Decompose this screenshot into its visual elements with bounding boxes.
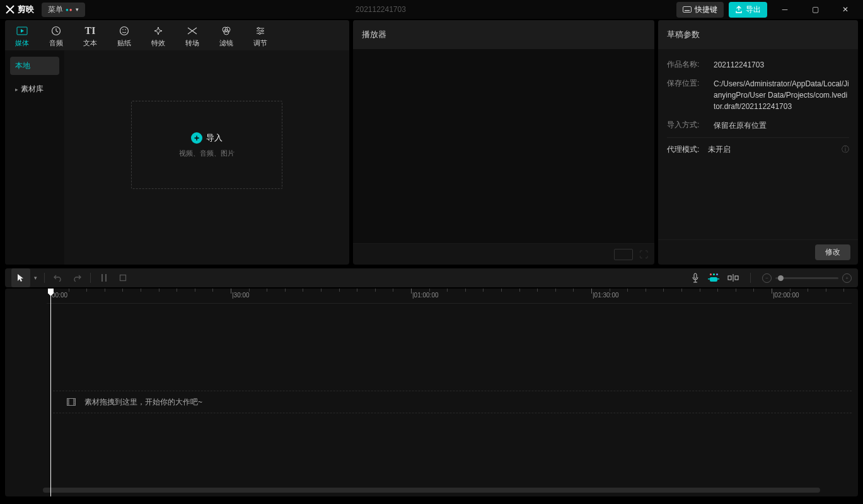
horizontal-scrollbar[interactable] — [43, 488, 820, 493]
hotkey-label: 快捷键 — [695, 4, 717, 15]
sidebar-item-local[interactable]: 本地 — [10, 57, 59, 75]
zoom-in-button[interactable]: + — [842, 273, 852, 283]
tab-label: 媒体 — [15, 38, 29, 48]
tab-text[interactable]: TI文本 — [73, 21, 107, 50]
playhead[interactable] — [50, 289, 51, 496]
timeline: 00:00 |30:00 |01:00:00 |01:30:00 |02:00:… — [5, 289, 858, 496]
draft-proxy-value: 未开启 — [708, 144, 731, 155]
sparkle-icon — [153, 25, 163, 37]
cursor-icon — [17, 273, 25, 282]
zoom-out-button[interactable]: − — [762, 273, 772, 283]
record-button[interactable] — [691, 273, 700, 283]
draft-name-label: 作品名称: — [667, 59, 705, 71]
tab-sticker[interactable]: 贴纸 — [107, 21, 141, 50]
tab-effects[interactable]: 特效 — [141, 21, 175, 50]
tab-adjust[interactable]: 调节 — [243, 21, 277, 50]
sidebar-item-library[interactable]: ▸素材库 — [10, 80, 59, 98]
modify-button[interactable]: 修改 — [815, 244, 850, 260]
hotkey-button[interactable]: 快捷键 — [676, 2, 724, 18]
tab-filter[interactable]: 滤镜 — [209, 21, 243, 50]
menu-button[interactable]: 菜单 ●● ▾ — [42, 3, 85, 17]
undo-button[interactable] — [49, 268, 67, 287]
player-panel: 播放器 ⛶ — [353, 20, 654, 265]
ratio-selector[interactable] — [614, 249, 633, 260]
ruler-mark: |30:00 — [232, 292, 250, 299]
svg-point-11 — [262, 30, 264, 32]
film-icon — [67, 398, 76, 406]
svg-point-4 — [120, 26, 129, 35]
import-dropzone[interactable]: +导入 视频、音频、图片 — [131, 101, 282, 189]
info-icon[interactable]: ⓘ — [842, 144, 849, 155]
minimize-button[interactable]: ─ — [772, 0, 797, 19]
zoom-track[interactable] — [775, 277, 838, 279]
fullscreen-icon[interactable]: ⛶ — [639, 249, 648, 260]
undo-icon — [54, 274, 62, 282]
player-viewport[interactable] — [353, 49, 654, 243]
svg-rect-17 — [710, 277, 717, 282]
media-sidebar: 本地 ▸素材库 — [5, 50, 64, 265]
zoom-thumb[interactable] — [778, 275, 784, 281]
text-icon: TI — [85, 25, 96, 37]
modify-label: 修改 — [825, 248, 840, 256]
filter-icon — [221, 25, 231, 37]
keyboard-icon — [683, 6, 692, 13]
draft-save-value: C:/Users/Administrator/AppData/Local/Jia… — [714, 78, 849, 112]
media-icon — [16, 25, 28, 37]
tab-label: 音频 — [49, 38, 63, 48]
svg-rect-1 — [685, 10, 690, 11]
draft-import-label: 导入方式: — [667, 120, 705, 131]
draft-panel: 草稿参数 作品名称: 202112241703 保存位置: C:/Users/A… — [658, 20, 858, 265]
timeline-toolbar: ▾ − + — [5, 268, 858, 287]
tab-label: 调节 — [253, 38, 267, 48]
export-label: 导出 — [746, 4, 761, 15]
svg-point-12 — [259, 32, 261, 34]
split-icon — [100, 273, 108, 282]
tab-label: 转场 — [185, 38, 199, 48]
app-name: 剪映 — [18, 4, 34, 15]
mic-icon — [691, 273, 700, 283]
tab-media[interactable]: 媒体 — [5, 21, 39, 50]
crop-icon — [119, 274, 127, 282]
tab-transition[interactable]: 转场 — [175, 21, 209, 50]
audio-icon — [51, 25, 61, 37]
track-area[interactable]: 素材拖拽到这里，开始你的大作吧~ — [5, 304, 858, 496]
svg-rect-19 — [717, 278, 719, 280]
delete-button[interactable] — [113, 268, 132, 287]
draft-proxy-label: 代理模式: — [667, 144, 699, 155]
media-panel: 媒体 音频 TI文本 贴纸 特效 转场 滤镜 调节 本地 ▸素材库 +导入 视频… — [5, 20, 349, 265]
draft-import-row: 导入方式: 保留在原有位置 — [667, 116, 849, 135]
svg-rect-20 — [728, 276, 731, 280]
draft-save-row: 保存位置: C:/Users/Administrator/AppData/Loc… — [667, 74, 849, 116]
transition-icon — [187, 25, 198, 37]
ai-button[interactable] — [707, 273, 720, 282]
maximize-button[interactable]: ▢ — [802, 0, 828, 19]
align-icon — [727, 273, 739, 282]
ruler-mark: |02:00:00 — [773, 292, 799, 299]
close-button[interactable]: ✕ — [833, 0, 858, 19]
svg-rect-13 — [101, 274, 103, 282]
split-button[interactable] — [95, 268, 113, 287]
select-tool[interactable] — [11, 268, 30, 287]
svg-rect-21 — [735, 276, 738, 280]
ruler-mark: |01:30:00 — [593, 292, 619, 299]
draft-name-value: 202112241703 — [714, 59, 764, 71]
sticker-icon — [119, 25, 129, 37]
tab-audio[interactable]: 音频 — [39, 21, 73, 50]
import-label: 导入 — [206, 132, 223, 144]
align-button[interactable] — [727, 273, 739, 282]
select-dropdown[interactable]: ▾ — [30, 268, 40, 287]
player-title: 播放器 — [353, 20, 654, 49]
time-ruler[interactable]: 00:00 |30:00 |01:00:00 |01:30:00 |02:00:… — [47, 289, 852, 304]
export-button[interactable]: 导出 — [729, 2, 767, 18]
scrollbar-thumb[interactable] — [43, 488, 820, 493]
ruler-mark: 00:00 — [52, 292, 67, 299]
empty-video-track[interactable]: 素材拖拽到这里，开始你的大作吧~ — [53, 391, 852, 413]
zoom-slider: − + — [762, 273, 852, 283]
svg-rect-0 — [683, 7, 692, 13]
player-controls: ⛶ — [353, 243, 654, 265]
scissors-icon — [5, 4, 15, 14]
menu-label: 菜单 — [48, 4, 63, 15]
redo-button[interactable] — [67, 268, 86, 287]
category-tabs: 媒体 音频 TI文本 贴纸 特效 转场 滤镜 调节 — [5, 20, 349, 50]
export-icon — [735, 6, 743, 13]
